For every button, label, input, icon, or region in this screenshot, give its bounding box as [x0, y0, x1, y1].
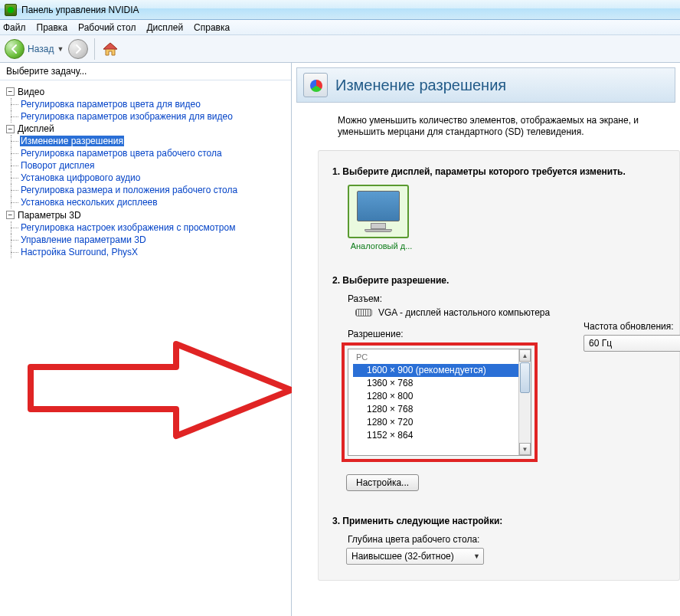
- resolution-option[interactable]: 1152 × 864: [353, 429, 518, 442]
- page-description: Можно уменьшить количество элементов, от…: [338, 115, 675, 138]
- display-thumbnail[interactable]: [348, 185, 409, 238]
- step1-label: 1. Выберите дисплей, параметры которого …: [332, 166, 665, 177]
- resolution-option[interactable]: 1360 × 768: [353, 377, 518, 390]
- task-tree: −ВидеоРегулировка параметров цвета для в…: [0, 80, 291, 616]
- content-pane: Изменение разрешения Можно уменьшить кол…: [292, 63, 680, 616]
- connector-label: Разъем:: [348, 293, 665, 304]
- refresh-rate-combo[interactable]: 60 Гц ▼: [584, 335, 680, 352]
- expander-icon[interactable]: −: [6, 211, 15, 219]
- resolution-icon: [303, 73, 328, 97]
- color-depth-combo[interactable]: Наивысшее (32-битное) ▼: [346, 548, 484, 565]
- tree-group-label: Видео: [18, 86, 44, 98]
- tree-item[interactable]: Регулировка параметров цвета для видео: [20, 99, 201, 110]
- tree-item[interactable]: Настройка Surround, PhysX: [20, 247, 139, 257]
- vga-icon: [355, 309, 372, 316]
- window-titlebar: Панель управления NVIDIA: [0, 0, 680, 20]
- step3-label: 3. Применить следующие настройки:: [332, 516, 665, 526]
- resolution-option[interactable]: 1280 × 800: [353, 390, 518, 403]
- tree-item[interactable]: Поворот дисплея: [20, 160, 96, 171]
- tree-item[interactable]: Регулировка параметров цвета рабочего ст…: [20, 148, 223, 159]
- tree-group[interactable]: −Видео: [6, 86, 44, 98]
- forward-button[interactable]: [68, 39, 88, 59]
- page-title: Изменение разрешения: [335, 77, 506, 94]
- home-icon: [102, 41, 119, 57]
- color-depth-label: Глубина цвета рабочего стола:: [348, 534, 665, 545]
- menu-help[interactable]: Справка: [194, 22, 230, 33]
- tree-group-label: Дисплей: [18, 123, 54, 135]
- expander-icon[interactable]: −: [6, 87, 15, 96]
- scroll-down-icon[interactable]: ▼: [519, 443, 531, 455]
- chevron-down-icon: ▼: [473, 552, 480, 560]
- toolbar-separator: [94, 38, 95, 60]
- refresh-rate-label: Частота обновления:: [584, 321, 680, 332]
- resolution-option[interactable]: 1280 × 768: [353, 403, 518, 416]
- task-header: Выберите задачу...: [0, 63, 291, 80]
- color-depth-value: Наивысшее (32-битное): [351, 551, 454, 562]
- scroll-up-icon[interactable]: ▲: [519, 349, 531, 362]
- menu-bar: Файл Правка Рабочий стол Дисплей Справка: [0, 20, 680, 35]
- refresh-rate-value: 60 Гц: [589, 338, 612, 349]
- connector-value: VGA - дисплей настольного компьютера: [378, 307, 550, 318]
- back-label: Назад: [28, 44, 54, 54]
- tree-item[interactable]: Установка нескольких дисплеев: [20, 197, 159, 208]
- back-button[interactable]: Назад ▼: [5, 39, 68, 59]
- nvidia-icon: [5, 4, 17, 16]
- home-button[interactable]: [101, 40, 119, 58]
- resolution-scrollbar[interactable]: ▲ ▼: [518, 349, 531, 455]
- tree-group[interactable]: −Параметры 3D: [6, 209, 81, 221]
- resolution-option[interactable]: 1280 × 720: [353, 416, 518, 429]
- resolution-group-label: PC: [356, 351, 518, 364]
- menu-display[interactable]: Дисплей: [146, 22, 183, 33]
- tree-group[interactable]: −Дисплей: [6, 123, 54, 135]
- scroll-thumb[interactable]: [520, 362, 530, 393]
- tree-item[interactable]: Регулировка размера и положения рабочего…: [20, 185, 238, 195]
- resolution-option[interactable]: 1600 × 900 (рекомендуется): [353, 364, 518, 377]
- menu-desktop[interactable]: Рабочий стол: [78, 22, 136, 33]
- back-arrow-icon: [5, 39, 25, 59]
- toolbar: Назад ▼: [0, 35, 680, 63]
- menu-file[interactable]: Файл: [3, 22, 26, 33]
- display-name: Аналоговый д...: [348, 241, 415, 251]
- page-header: Изменение разрешения: [296, 67, 675, 103]
- resolution-label: Разрешение:: [348, 329, 538, 339]
- svg-marker-1: [103, 43, 117, 49]
- step2-label: 2. Выберите разрешение.: [332, 275, 665, 286]
- expander-icon[interactable]: −: [6, 125, 15, 133]
- tree-item[interactable]: Установка цифрового аудио: [20, 172, 141, 183]
- tree-item[interactable]: Изменение разрешения: [20, 136, 124, 146]
- customize-button[interactable]: Настройка...: [346, 474, 419, 491]
- resolution-listbox[interactable]: PC1600 × 900 (рекомендуется)1360 × 76812…: [348, 349, 531, 456]
- tree-item[interactable]: Регулировка настроек изображения с просм…: [20, 222, 236, 233]
- back-dropdown-icon[interactable]: ▼: [57, 45, 64, 53]
- task-pane: Выберите задачу... −ВидеоРегулировка пар…: [0, 63, 292, 616]
- tree-item[interactable]: Регулировка параметров изображения для в…: [20, 111, 234, 122]
- tree-item[interactable]: Управление параметрами 3D: [20, 234, 147, 245]
- tree-group-label: Параметры 3D: [18, 209, 81, 221]
- menu-edit[interactable]: Правка: [37, 22, 68, 33]
- window-title: Панель управления NVIDIA: [21, 5, 139, 15]
- resolution-highlight: PC1600 × 900 (рекомендуется)1360 × 76812…: [342, 342, 538, 462]
